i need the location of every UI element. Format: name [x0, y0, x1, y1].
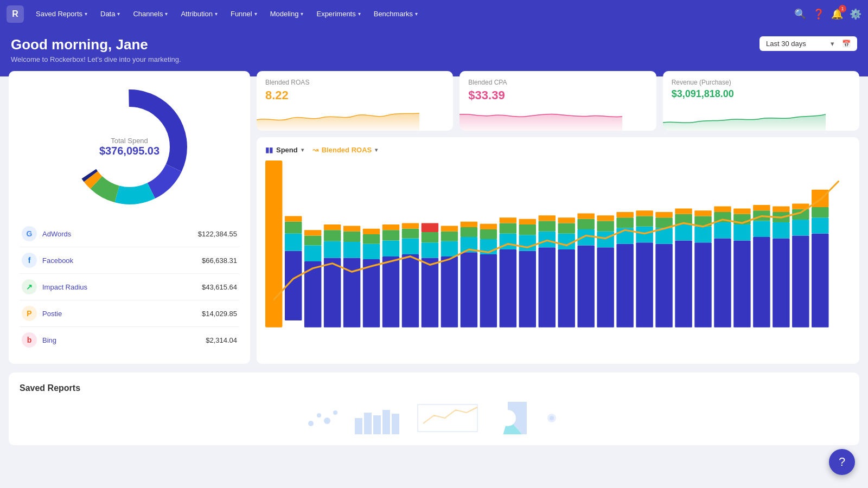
chevron-down-icon: ▾	[165, 11, 168, 17]
svg-rect-32	[402, 239, 419, 254]
preview-dot	[535, 402, 568, 434]
greeting-title: Good morning, Jane	[11, 36, 181, 53]
svg-rect-42	[441, 226, 458, 232]
notification-icon[interactable]: 🔔 1	[831, 8, 843, 20]
nav-item-data[interactable]: Data ▾	[95, 7, 125, 21]
svg-rect-67	[577, 245, 594, 327]
channel-item-adwords[interactable]: G AdWords $122,384.55	[20, 221, 239, 247]
roas-tab-label: Blended ROAS	[322, 146, 372, 154]
svg-rect-73	[597, 221, 614, 232]
svg-rect-61	[539, 221, 556, 232]
donut-chart-container: Total Spend $376,095.03	[20, 82, 239, 212]
nav-item-attribution[interactable]: Attribution ▾	[175, 7, 223, 21]
metric-card-roas: Blended ROAS 8.22	[257, 71, 453, 131]
saved-reports-section: Saved Reports	[9, 373, 859, 445]
cpa-label: Blended CPA	[468, 79, 647, 86]
svg-rect-39	[441, 256, 458, 328]
channel-item-bing[interactable]: b Bing $2,314.04	[20, 327, 239, 353]
app-logo[interactable]: R	[7, 5, 24, 23]
svg-rect-17	[324, 230, 341, 241]
donut-total-value: $376,095.03	[99, 145, 159, 157]
svg-rect-24	[363, 244, 380, 259]
svg-rect-107	[773, 239, 789, 328]
channel-item-postie[interactable]: P Postie $14,029.85	[20, 300, 239, 327]
svg-rect-87	[675, 240, 692, 327]
nav-item-channels[interactable]: Channels ▾	[127, 7, 173, 21]
svg-rect-74	[597, 215, 614, 221]
greeting-block: Good morning, Jane Welcome to Rockerbox!…	[11, 36, 181, 63]
svg-rect-14	[304, 230, 321, 235]
svg-rect-72	[597, 232, 614, 247]
channel-value-postie: $14,029.85	[202, 310, 237, 318]
svg-rect-27	[382, 256, 399, 328]
svg-rect-33	[402, 229, 419, 239]
svg-rect-36	[422, 242, 438, 258]
svg-rect-116	[812, 217, 828, 233]
channel-value-facebook: $66,638.31	[202, 256, 237, 265]
channel-value-adwords: $122,384.55	[198, 230, 237, 238]
svg-rect-58	[519, 219, 536, 224]
svg-rect-29	[382, 230, 399, 240]
page-header: Good morning, Jane Welcome to Rockerbox!…	[0, 28, 868, 76]
svg-rect-123	[355, 418, 362, 434]
svg-rect-35	[422, 258, 438, 328]
postie-icon: P	[22, 306, 37, 321]
chevron-down-icon: ▾	[215, 11, 218, 17]
svg-point-131	[500, 410, 516, 426]
svg-rect-40	[441, 241, 458, 256]
svg-rect-28	[382, 240, 399, 256]
nav-item-saved-reports[interactable]: Saved Reports ▾	[30, 7, 93, 21]
saved-reports-preview	[20, 402, 848, 434]
svg-rect-112	[792, 220, 809, 235]
search-icon[interactable]: 🔍	[794, 8, 806, 20]
date-range-label: Last 30 days	[766, 40, 806, 48]
svg-rect-128	[418, 404, 477, 432]
svg-rect-68	[577, 229, 594, 245]
logo-text: R	[12, 9, 18, 19]
nav-item-modeling[interactable]: Modeling ▾	[265, 7, 309, 21]
svg-rect-103	[753, 237, 770, 328]
chevron-down-icon: ▾	[358, 11, 361, 17]
roas-label: Blended ROAS	[265, 79, 444, 86]
metric-card-revenue: Revenue (Purchase) $3,091,818.00	[663, 71, 859, 131]
calendar-icon: 📅	[842, 40, 851, 48]
svg-rect-63	[558, 249, 575, 328]
help-icon[interactable]: ❓	[813, 8, 825, 20]
svg-rect-96	[714, 222, 731, 238]
svg-rect-20	[343, 242, 360, 258]
spend-tab[interactable]: ▮▮ Spend ▾	[265, 146, 304, 154]
svg-rect-31	[402, 254, 419, 328]
svg-rect-71	[597, 247, 614, 327]
svg-rect-95	[714, 239, 731, 328]
svg-rect-6	[265, 160, 282, 328]
donut-label: Total Spend $376,095.03	[99, 137, 159, 157]
svg-rect-26	[363, 229, 380, 234]
svg-rect-54	[500, 217, 516, 223]
roas-tab[interactable]: ↝ Blended ROAS ▾	[312, 146, 378, 154]
svg-rect-98	[714, 207, 731, 212]
svg-rect-102	[733, 208, 750, 214]
svg-rect-69	[577, 219, 594, 229]
svg-rect-111	[792, 235, 809, 327]
nav-item-benchmarks[interactable]: Benchmarks ▾	[368, 7, 423, 21]
svg-rect-125	[373, 415, 381, 434]
svg-rect-82	[636, 210, 653, 216]
roas-sparkline	[257, 98, 419, 131]
svg-rect-34	[402, 223, 419, 228]
nav-item-experiments[interactable]: Experiments ▾	[311, 7, 366, 21]
chevron-down-icon: ▾	[415, 11, 418, 17]
chevron-down-icon: ▾	[117, 11, 120, 17]
main-content: Total Spend $376,095.03 G AdWords $122,3…	[0, 71, 868, 454]
preview-line	[415, 402, 480, 434]
settings-icon[interactable]: ⚙️	[850, 8, 861, 20]
metrics-right: Blended ROAS 8.22	[257, 71, 859, 364]
date-range-picker[interactable]: Last 30 days ▾ 📅	[760, 36, 857, 51]
channel-name-bing: Bing	[42, 336, 200, 344]
svg-rect-81	[636, 216, 653, 227]
nav-item-funnel[interactable]: Funnel ▾	[225, 7, 263, 21]
channel-item-impact[interactable]: ↗ Impact Radius $43,615.64	[20, 274, 239, 300]
svg-rect-18	[324, 224, 341, 230]
saved-reports-title: Saved Reports	[20, 383, 848, 393]
channel-item-facebook[interactable]: f Facebook $66,638.31	[20, 247, 239, 274]
svg-rect-83	[655, 244, 672, 328]
